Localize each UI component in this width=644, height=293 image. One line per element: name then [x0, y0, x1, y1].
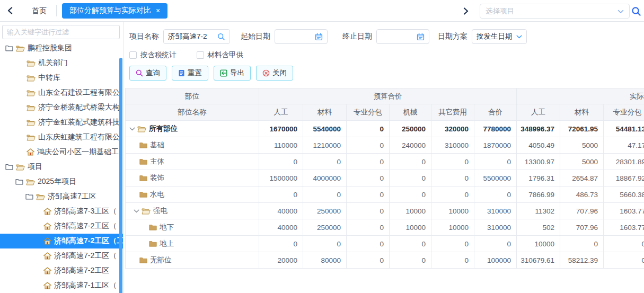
tree-item-org-2[interactable]: 中转库 [0, 70, 123, 85]
part-name-label: 水电 [150, 190, 164, 199]
project-select[interactable]: 选择项目 [480, 4, 630, 19]
table-row-无部位[interactable]: 无部位2000080000000100000310679.6158212.390 [126, 252, 644, 269]
tree-item-project-15[interactable]: 济邹高速7-2工区 [0, 263, 123, 278]
checkbox-1[interactable]: 材料含甲供 [197, 50, 244, 60]
project-name-input[interactable] [168, 33, 215, 41]
start-date-input[interactable] [279, 33, 313, 41]
table-row-强电[interactable]: 强电400002500000100001000031000011302707.9… [126, 203, 644, 219]
value-cell: 54481.13 [604, 121, 644, 137]
tree-item-label: 济邹高速7-2工区（工 [54, 236, 123, 246]
group-header-actual: 实际合价 [517, 88, 644, 104]
tree-expander-icon[interactable] [15, 179, 23, 185]
tree-item-org-4[interactable]: 济宁金桥装配式桥梁大构 [0, 100, 123, 115]
checkbox-box-icon[interactable] [197, 51, 204, 59]
value-cell: 47.17 [604, 137, 644, 154]
sidebar-scrollbar[interactable] [119, 58, 122, 293]
calendar-icon[interactable] [417, 33, 425, 41]
house-icon [27, 148, 34, 156]
folder-icon [139, 142, 147, 148]
value-cell: 0 [474, 154, 517, 170]
value-cell: 40000 [259, 203, 303, 219]
table-row-主体[interactable]: 主体00000013300.97500028301.89 [126, 154, 644, 170]
tree-item-label: 中转库 [38, 73, 60, 83]
org-project-tree: 鹏程控股集团机关部门中转库山东金石建设工程有限公济宁金桥装配式桥梁大构济宁金虹装… [0, 41, 123, 293]
part-name-label: 地下 [160, 223, 174, 232]
value-cell: 320000 [431, 121, 474, 137]
project-name-field[interactable] [163, 29, 230, 44]
folder-open-icon [27, 119, 36, 126]
search-button[interactable]: 查询 [129, 66, 166, 81]
checkbox-0[interactable]: 按含税统计 [129, 50, 177, 60]
tree-expander-icon[interactable] [5, 164, 13, 170]
table-row-装饰[interactable]: 装饰1500000400000000055000001796.312654.87… [126, 170, 644, 187]
tree-item-org-6[interactable]: 山东庆虹建筑工程有限公 [0, 130, 123, 145]
value-cell: 0 [390, 187, 431, 203]
checkbox-label: 按含税统计 [140, 50, 177, 60]
start-date-field[interactable] [275, 29, 328, 44]
export-button[interactable]: 导出 [214, 66, 251, 81]
sidebar: 鹏程控股集团机关部门中转库山东金石建设工程有限公济宁金桥装配式桥梁大构济宁金虹装… [0, 22, 123, 293]
part-name-cell: 地下 [126, 219, 259, 236]
tree-item-project-13[interactable]: 济邹高速7-2工区（工 [0, 234, 123, 248]
tree-item-project-16[interactable]: 济邹高速7-1工区（ [0, 278, 123, 293]
end-date-field[interactable] [376, 29, 429, 44]
tree-item-project-7[interactable]: 鸿庆公司小区一期基础工 [0, 145, 123, 159]
folder-icon [139, 158, 147, 165]
tree-item-project-11[interactable]: 济邹高速7-3工区（ [0, 204, 123, 219]
tree-item-label: 济邹高速7工区 [48, 192, 96, 201]
tree-item-org-10[interactable]: 济邹高速7工区 [0, 189, 123, 204]
part-name-cell: 主体 [126, 154, 259, 170]
checkbox-box-icon[interactable] [129, 51, 137, 59]
table-row-地下[interactable]: 地下4000025000001000010000310000502707.961… [126, 219, 644, 236]
tree-item-org-3[interactable]: 山东金石建设工程有限公 [0, 85, 123, 100]
collapse-chevron-icon[interactable] [129, 127, 135, 131]
value-cell: 1870000 [474, 137, 517, 154]
back-icon[interactable] [4, 5, 16, 16]
folder-open-icon [27, 75, 36, 82]
table-row-地上[interactable]: 地上0000001000000 [126, 236, 644, 252]
value-cell: 0 [390, 236, 431, 252]
tree-expander-icon[interactable] [5, 45, 13, 51]
part-name-cell: 地上 [126, 236, 259, 252]
tree-item-org-0[interactable]: 鹏程控股集团 [0, 41, 123, 56]
tree-item-project-14[interactable]: 济邹高速7-2工区（ [0, 248, 123, 263]
export-icon [220, 69, 227, 77]
tab-close-icon[interactable]: × [156, 7, 160, 14]
value-cell: 0 [259, 154, 303, 170]
column-header-7: 人工 [517, 104, 560, 121]
end-date-input[interactable] [381, 33, 414, 41]
part-name-label: 主体 [150, 157, 164, 166]
tree-item-org-9[interactable]: 2025年项目 [0, 174, 123, 189]
search-icon[interactable] [217, 33, 225, 41]
value-cell: 250000 [303, 203, 347, 219]
tree-filter-input[interactable] [2, 25, 120, 39]
value-cell: 7780000 [474, 121, 517, 137]
table-row-基础[interactable]: 基础1100001210000024000031000018700004050.… [126, 137, 644, 154]
value-cell: 348996.37 [517, 121, 560, 137]
tab-home[interactable]: 首页 [24, 0, 54, 21]
column-header-6: 合价 [474, 104, 517, 121]
search-icon [136, 69, 143, 77]
value-cell: 4000000 [303, 170, 347, 187]
reset-button[interactable]: 重置 [172, 66, 208, 81]
tree-item-org-5[interactable]: 济宁金虹装配式建筑科技 [0, 115, 123, 130]
tree-item-label: 山东庆虹建筑工程有限公 [38, 132, 120, 142]
collapse-chevron-icon[interactable] [134, 209, 139, 213]
value-cell: 1670000 [259, 121, 303, 137]
tree-expander-icon[interactable] [25, 193, 33, 200]
tree-item-org-1[interactable]: 机关部门 [0, 56, 123, 70]
forward-icon[interactable] [460, 5, 472, 17]
value-cell: 0 [390, 252, 431, 269]
table-row-所有部位[interactable]: 所有部位167000055400000250000320000778000034… [126, 121, 644, 137]
tree-item-project-12[interactable]: 济邹高速7-2工区（ [0, 219, 123, 234]
table-row-水电[interactable]: 水电0000007866.99486.735660.38 [126, 187, 644, 203]
tree-item-org-8[interactable]: 项目 [0, 159, 123, 174]
tab-active[interactable]: 部位分解预算与实际对比 × [62, 3, 167, 19]
end-date-label: 终止日期 [342, 32, 372, 41]
close-button[interactable]: 关闭 [256, 66, 293, 81]
calendar-icon[interactable] [315, 33, 323, 41]
group-header-budget: 预算合价 [259, 88, 517, 104]
value-cell: 0 [604, 252, 644, 269]
search-icon[interactable] [630, 5, 642, 17]
date-plan-select[interactable]: 按发生日期 [472, 29, 527, 44]
